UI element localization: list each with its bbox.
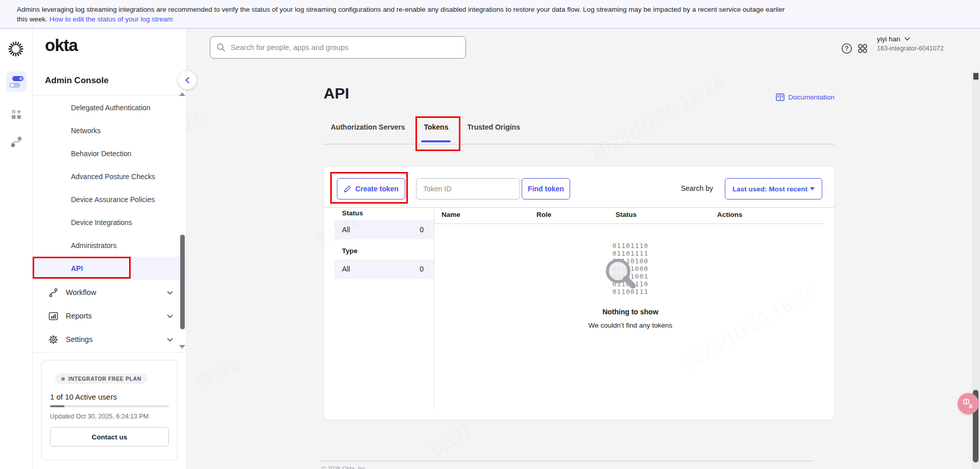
magnifier-icon (603, 256, 640, 295)
sidebar-scrollbar-thumb[interactable] (180, 235, 185, 329)
sidebar-collapse-button[interactable] (178, 71, 197, 89)
sidebar-item-behavior-detection[interactable]: Behavior Detection (33, 142, 186, 165)
search-icon (216, 43, 226, 54)
okta-wordmark: okta (45, 36, 78, 55)
search-input[interactable] (210, 36, 466, 59)
caret-down-icon (810, 187, 815, 190)
filter-count: 0 (420, 265, 424, 273)
sort-dropdown[interactable]: Last used: Most recent (725, 178, 822, 200)
filter-row-status-all[interactable]: All0 (334, 220, 434, 239)
sidebar-item-reports[interactable]: Reports (33, 304, 186, 328)
sidebar-item-api[interactable]: API (33, 257, 186, 280)
column-header-actions: Actions (717, 211, 809, 218)
rail-workflow-button[interactable] (6, 132, 27, 152)
contact-us-button[interactable]: Contact us (50, 427, 169, 447)
sidebar-item-administrators[interactable]: Administrators (33, 234, 186, 257)
notification-banner: Admins leveraging log streaming integrat… (0, 0, 980, 29)
filter-header-status: Status (334, 209, 434, 217)
apps-grid-icon (857, 43, 868, 54)
column-header-status: Status (616, 211, 717, 218)
empty-subtitle: We couldn't find any tokens (503, 322, 758, 329)
plan-updated: Updated Oct 30, 2025, 6:24:13 PM (50, 413, 169, 420)
column-header-name: Name (442, 211, 536, 218)
divider (434, 224, 824, 224)
footer-text: © 2025 Okta, Inc. (322, 465, 368, 469)
svg-text:A: A (969, 403, 973, 409)
translate-icon: A (962, 398, 974, 410)
sidebar-item-label: Workflow (66, 288, 167, 297)
page-title: API (324, 85, 349, 102)
chevron-left-icon (184, 77, 190, 84)
column-header-role: Role (536, 211, 616, 218)
find-token-button[interactable]: Find token (522, 178, 570, 200)
token-id-input[interactable] (416, 178, 520, 200)
table-header-row: NameRoleStatusActions (442, 211, 809, 218)
org-id: 163-integrator-6041072 (877, 45, 944, 52)
translate-badge[interactable]: A (958, 393, 979, 414)
apps-menu-button[interactable] (857, 43, 868, 56)
sidebar-nav-bottom: WorkflowReportsSettings (33, 281, 186, 351)
usage-progress-bar (50, 405, 169, 407)
sidebar: okta Admin Console Delegated Authenticat… (33, 29, 187, 469)
help-icon: ? (841, 43, 852, 54)
divider (434, 207, 434, 409)
banner-link[interactable]: How to edit the status of your log strea… (50, 15, 173, 23)
sidebar-item-label: Settings (66, 335, 167, 343)
sidebar-nav: Delegated AuthenticationNetworksBehavior… (33, 96, 186, 280)
rail-apps-button[interactable] (6, 104, 27, 125)
tab-bar: Authorization ServersTokensTrusted Origi… (324, 123, 835, 144)
chevron-down-icon (167, 335, 173, 343)
plan-card: INTEGRATOR FREE PLAN 1 of 10 Active user… (41, 360, 178, 460)
tab-tokens[interactable]: Tokens (424, 123, 448, 144)
svg-text:?: ? (845, 45, 848, 52)
documentation-link[interactable]: Documentation (776, 93, 835, 101)
help-button[interactable]: ? (841, 43, 852, 56)
rail-dashboard-button[interactable] (6, 71, 27, 92)
console-title: Admin Console (45, 76, 109, 86)
user-menu[interactable]: yiyi han 163-integrator-6041072 (877, 35, 944, 52)
icon-rail (0, 29, 33, 469)
sidebar-item-networks[interactable]: Networks (33, 119, 186, 142)
plan-badge: INTEGRATOR FREE PLAN (55, 374, 148, 384)
plan-usage: 1 of 10 Active users (50, 392, 169, 401)
chevron-down-icon (167, 288, 173, 297)
footer-divider (320, 461, 814, 461)
filter-row-type-all[interactable]: All0 (334, 259, 434, 279)
create-token-button[interactable]: Create token (337, 178, 405, 200)
toggle-icon (12, 76, 23, 81)
empty-state: 0110111001101111011101000110100001101001… (503, 242, 758, 329)
documentation-icon (776, 93, 785, 101)
sidebar-scroll-down-arrow[interactable] (179, 345, 185, 349)
sidebar-scroll-up-arrow[interactable] (179, 92, 185, 96)
grid-plus-icon (11, 109, 22, 120)
divider (33, 95, 186, 95)
sidebar-item-delegated-authentication[interactable]: Delegated Authentication (33, 96, 186, 119)
tokens-panel: Create token Find token Search by Last u… (324, 166, 835, 420)
tab-trusted-origins[interactable]: Trusted Origins (467, 123, 520, 144)
pen-icon (344, 185, 351, 193)
page-scrollbar-arrow[interactable] (973, 73, 978, 80)
sidebar-item-device-assurance-policies[interactable]: Device Assurance Policies (33, 188, 186, 211)
chevron-down-icon (904, 37, 910, 41)
user-name: yiyi han (877, 35, 900, 43)
search-by-label: Search by (681, 184, 713, 192)
chevron-down-icon (167, 312, 173, 320)
filter-header-type: Type (334, 242, 434, 259)
banner-text: Admins leveraging log streaming integrat… (17, 5, 788, 24)
sidebar-item-advanced-posture-checks[interactable]: Advanced Posture Checks (33, 165, 186, 188)
okta-spinner-logo (7, 40, 25, 60)
sidebar-item-device-integrations[interactable]: Device Integrations (33, 211, 186, 234)
divider (33, 352, 186, 353)
sidebar-item-label: Reports (66, 312, 167, 320)
main-content: ? yiyi han 163-integrator-6041072 API Do… (187, 29, 980, 469)
workflow-icon (10, 136, 22, 148)
reports-icon (48, 311, 58, 321)
okta-admin-console: 2025/10/30 18:245E912025/10/30 18:245E91… (0, 0, 980, 469)
filter-label: All (342, 226, 350, 234)
tab-authorization-servers[interactable]: Authorization Servers (331, 123, 405, 144)
sidebar-item-settings[interactable]: Settings (33, 328, 186, 351)
toggle-icon (9, 83, 20, 88)
sidebar-item-workflow[interactable]: Workflow (33, 281, 186, 304)
global-search (210, 36, 466, 59)
empty-title: Nothing to show (503, 308, 758, 316)
